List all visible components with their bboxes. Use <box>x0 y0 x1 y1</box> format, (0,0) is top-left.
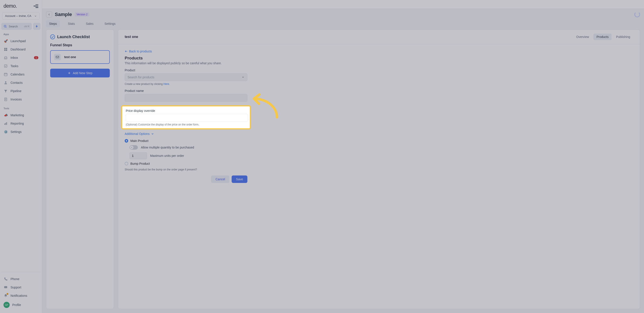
check-circle-icon <box>50 35 55 39</box>
svg-point-20 <box>5 287 5 287</box>
nav-invoices[interactable]: Invoices <box>1 95 40 104</box>
tab-steps[interactable]: Steps <box>46 20 60 27</box>
save-button[interactable]: Save <box>232 175 248 183</box>
inbox-badge: 1 <box>34 56 38 59</box>
avatar: GP <box>4 302 10 308</box>
product-helper: Create a new product by clicking Here. <box>125 83 248 86</box>
price-override-helper: (Optional) Customize the display of the … <box>125 123 247 126</box>
envelope-icon <box>54 54 61 60</box>
chevron-left-icon <box>48 13 50 16</box>
detail-tab-products[interactable]: Products <box>594 34 612 40</box>
nav-notifications[interactable]: Notifications <box>1 291 40 300</box>
dashboard-icon <box>4 47 8 52</box>
search-input[interactable]: Search ctrl K <box>1 23 32 30</box>
tab-stats[interactable]: Stats <box>65 20 78 27</box>
product-label: Product <box>125 69 248 72</box>
invoice-icon <box>4 97 8 102</box>
nav-pipeline[interactable]: Pipeline <box>1 87 40 95</box>
svg-point-11 <box>5 81 6 83</box>
collapse-sidebar-button[interactable] <box>34 5 38 8</box>
nav-calendars[interactable]: Calendars <box>1 70 40 79</box>
nav-dashboard[interactable]: Dashboard <box>1 45 40 54</box>
create-product-link[interactable]: Here. <box>164 83 170 86</box>
quick-action-button[interactable] <box>33 23 40 30</box>
nav-inbox[interactable]: Inbox1 <box>1 54 40 62</box>
nav-profile[interactable]: GPProfile <box>1 300 40 310</box>
nav-phone[interactable]: Phone <box>1 275 40 283</box>
chevron-down-icon <box>151 132 154 135</box>
loading-spinner <box>634 12 640 17</box>
price-override-input[interactable] <box>126 114 248 122</box>
tab-sales[interactable]: Sales <box>83 20 97 27</box>
detail-panel: test one Overview Products Publishing Ba… <box>118 29 640 309</box>
chart-icon <box>4 121 8 126</box>
back-button[interactable] <box>46 12 52 18</box>
main-product-label: Main Product <box>130 139 148 143</box>
section-heading: Products <box>125 56 633 61</box>
price-override-label: Price display override <box>125 109 247 113</box>
svg-point-21 <box>6 287 6 287</box>
brand-logo: demo. <box>4 3 17 9</box>
product-placeholder: Search for products <box>128 76 154 79</box>
sidebar: demo. Account -- Irvine, CA Search ctrl … <box>0 0 42 313</box>
svg-rect-2 <box>4 48 6 49</box>
svg-rect-6 <box>4 65 7 67</box>
plus-icon <box>68 71 71 75</box>
nav-launchpad[interactable]: 🚀Launchpad <box>1 37 40 45</box>
nav-support[interactable]: Support <box>1 283 40 291</box>
max-units-input[interactable] <box>130 152 147 159</box>
page-header: Sample Version 2 <box>42 9 644 20</box>
account-label: Account -- Irvine, CA <box>5 14 31 18</box>
nav-contacts[interactable]: Contacts <box>1 79 40 87</box>
detail-tab-overview[interactable]: Overview <box>573 34 592 40</box>
page-title: Sample <box>55 12 72 17</box>
funnel-steps-title: Funnel Steps <box>50 43 110 47</box>
section-apps-label: Apps <box>1 32 40 37</box>
svg-rect-4 <box>4 50 6 51</box>
svg-line-1 <box>6 27 6 28</box>
nav-reporting[interactable]: Reporting <box>1 119 40 128</box>
bell-icon <box>4 293 8 298</box>
main: Sample Version 2 Steps Stats Sales Setti… <box>42 0 644 313</box>
step-card[interactable]: test one <box>50 50 110 64</box>
section-tools-label: Tools <box>1 106 40 111</box>
svg-rect-23 <box>56 56 59 58</box>
chat-icon <box>4 285 8 289</box>
account-selector[interactable]: Account -- Irvine, CA <box>2 12 40 20</box>
bump-product-label: Bump Product <box>130 162 150 165</box>
calendar-icon <box>4 72 8 77</box>
product-select[interactable]: Search for products <box>125 73 248 81</box>
main-product-radio[interactable] <box>125 139 128 143</box>
launch-checklist-title[interactable]: Launch Checklist <box>57 35 90 39</box>
nav-settings[interactable]: ⚙️Settings <box>1 128 40 136</box>
bump-product-radio[interactable] <box>125 162 128 165</box>
tab-settings[interactable]: Settings <box>102 20 119 27</box>
page-tabs: Steps Stats Sales Settings <box>42 20 644 29</box>
cancel-button[interactable]: Cancel <box>211 175 230 183</box>
search-kbd: ctrl K <box>24 25 30 28</box>
detail-tab-publishing[interactable]: Publishing <box>613 34 633 40</box>
chevron-down-icon <box>34 15 37 17</box>
svg-point-22 <box>6 287 6 287</box>
inbox-icon <box>4 56 8 60</box>
product-name-input[interactable] <box>125 94 248 102</box>
add-step-button[interactable]: Add New Step <box>50 69 110 77</box>
tasks-icon <box>4 64 8 68</box>
additional-options-toggle[interactable]: Additional Options <box>125 132 154 136</box>
steps-panel: Launch Checklist Funnel Steps test one A… <box>46 29 114 309</box>
user-icon <box>4 81 8 85</box>
svg-point-0 <box>4 25 6 27</box>
nav-marketing[interactable]: 📣Marketing <box>1 111 40 119</box>
nav-tasks[interactable]: Tasks <box>1 62 40 70</box>
arrow-left-icon <box>125 50 128 53</box>
allow-multiple-toggle[interactable] <box>130 145 138 150</box>
gear-icon: ⚙️ <box>4 130 8 134</box>
filter-icon <box>4 89 8 93</box>
caret-down-icon <box>242 76 244 79</box>
highlight-price-override: Price display override (Optional) Custom… <box>121 105 251 129</box>
search-icon <box>4 25 7 28</box>
bolt-icon <box>35 25 38 28</box>
rocket-icon: 🚀 <box>4 39 8 43</box>
svg-rect-5 <box>6 50 7 51</box>
back-to-products-link[interactable]: Back to products <box>125 50 152 53</box>
